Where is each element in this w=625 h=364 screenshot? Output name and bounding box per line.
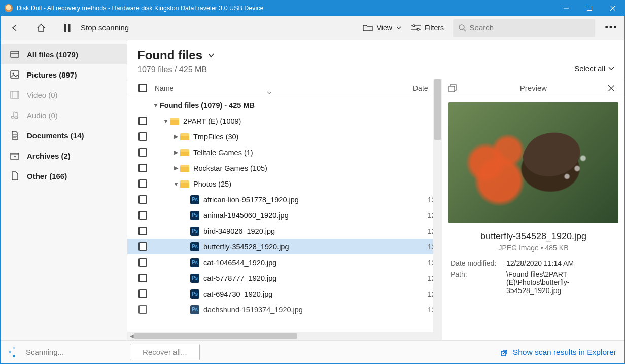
sidebar-item-archives[interactable]: Archives (2) [1, 145, 127, 166]
view-menu[interactable]: View [358, 21, 406, 35]
file-row[interactable]: Ps animal-1845060_1920.jpg 12/2 [127, 207, 442, 223]
more-button[interactable]: ••• [603, 22, 619, 33]
sidebar-item-all-files[interactable]: All files (1079) [1, 44, 127, 64]
sidebar-item-video[interactable]: Video (0) [1, 85, 127, 105]
svg-rect-1 [587, 6, 592, 11]
tree-volume[interactable]: ▼ 2PART (E) (1009) [127, 113, 442, 129]
collapse-arrow-icon[interactable]: ▼ [172, 181, 180, 187]
expand-arrow-icon[interactable]: ▶ [172, 133, 180, 140]
row-checkbox[interactable] [138, 195, 147, 204]
audio-icon [10, 110, 20, 120]
sidebar-item-pictures[interactable]: Pictures (897) [1, 64, 127, 85]
column-name[interactable]: Name [152, 84, 413, 92]
select-all-checkbox[interactable] [138, 84, 147, 92]
view-label: View [377, 24, 392, 32]
folder-icon [180, 180, 189, 188]
close-button[interactable] [601, 1, 624, 16]
svg-rect-12 [11, 51, 19, 57]
back-button[interactable] [6, 19, 24, 37]
close-preview-button[interactable] [608, 85, 618, 91]
filters-button[interactable]: Filters [406, 21, 449, 35]
files-icon [10, 49, 20, 59]
spinner-icon [9, 347, 20, 358]
svg-point-7 [413, 25, 415, 27]
file-row[interactable]: Ps bird-349026_1920.jpg 12/2 [127, 223, 442, 239]
scroll-thumb[interactable] [434, 79, 441, 140]
results-title[interactable]: Found files [137, 48, 574, 62]
row-checkbox[interactable] [138, 117, 147, 125]
row-checkbox[interactable] [138, 164, 147, 172]
svg-rect-28 [449, 86, 455, 92]
row-checkbox[interactable] [138, 211, 147, 220]
row-checkbox[interactable] [138, 289, 147, 298]
select-all-button[interactable]: Select all [574, 64, 614, 73]
file-row[interactable]: Ps cat-694730_1920.jpg 12/2 [127, 286, 442, 302]
sidebar-item-audio[interactable]: Audio (0) [1, 105, 127, 125]
search-icon [458, 24, 466, 32]
stop-scanning-label[interactable]: Stop scanning [81, 23, 129, 32]
tree-folder[interactable]: ▶ TmpFiles (30) [127, 129, 442, 144]
row-checkbox[interactable] [138, 179, 147, 188]
row-checkbox[interactable] [138, 148, 147, 157]
file-tree: ▼ Found files (1079) - 425 MB ▼ 2PART (E… [127, 97, 442, 332]
expand-arrow-icon[interactable]: ▶ [172, 165, 180, 171]
expand-arrow-icon[interactable]: ▶ [172, 149, 180, 156]
svg-rect-16 [11, 91, 19, 98]
collapse-arrow-icon[interactable]: ▼ [152, 102, 160, 108]
svg-point-9 [417, 28, 419, 30]
photoshop-icon: Ps [190, 274, 199, 283]
footer: Scanning... Recover all... Show scan res… [1, 340, 624, 363]
collapse-arrow-icon[interactable]: ▼ [162, 118, 170, 124]
preview-panel: Preview butterfly-354528_1920.jpg JPEG I… [442, 79, 624, 340]
row-checkbox[interactable] [138, 227, 147, 235]
sidebar-item-other[interactable]: Other (166) [1, 166, 127, 186]
svg-line-11 [464, 29, 466, 31]
scanning-status: Scanning... [26, 348, 64, 356]
home-button[interactable] [32, 19, 50, 37]
maximize-button[interactable] [578, 1, 601, 16]
tree-folder[interactable]: ▶ Telltale Games (1) [127, 144, 442, 160]
photoshop-icon: Ps [190, 195, 199, 204]
recover-all-button[interactable]: Recover all... [130, 344, 200, 360]
preview-title: Preview [459, 84, 608, 92]
sidebar-item-documents[interactable]: Documents (14) [1, 125, 127, 145]
popout-icon[interactable] [448, 84, 459, 92]
file-row-selected[interactable]: Ps butterfly-354528_1920.jpg 12/2 [127, 239, 442, 254]
row-checkbox[interactable] [138, 274, 147, 282]
path-value: \Found files\2PART (E)\Photos\butterfly-… [506, 270, 616, 295]
search-box[interactable] [453, 19, 595, 37]
search-input[interactable] [470, 23, 590, 32]
file-row[interactable]: Ps cat-1046544_1920.jpg 12/2 [127, 254, 442, 270]
row-checkbox[interactable] [138, 258, 147, 267]
folder-icon [180, 133, 189, 140]
folder-icon [180, 149, 189, 156]
horizontal-scrollbar[interactable]: ◀ ▶ [127, 332, 442, 340]
sidebar-item-label: Documents (14) [27, 131, 84, 140]
pause-button[interactable] [58, 19, 77, 37]
date-modified-label: Date modified: [450, 259, 506, 267]
tree-folder-photos[interactable]: ▼ Photos (25) [127, 176, 442, 192]
show-in-explorer-link[interactable]: Show scan results in Explorer [501, 348, 616, 357]
results-subtitle: 1079 files / 425 MB [137, 65, 574, 75]
photoshop-icon: Ps [190, 242, 199, 251]
preview-file-name: butterfly-354528_1920.jpg [442, 231, 624, 242]
sort-chevron-icon [267, 91, 272, 94]
scroll-thumb[interactable] [134, 333, 297, 339]
photoshop-icon: Ps [190, 211, 199, 220]
tree-root[interactable]: ▼ Found files (1079) - 425 MB [127, 97, 442, 113]
vertical-scrollbar[interactable] [433, 79, 442, 340]
file-icon [10, 171, 20, 181]
filters-label: Filters [425, 24, 444, 32]
row-checkbox[interactable] [138, 132, 147, 141]
file-row[interactable]: Ps cat-5778777_1920.jpg 12/2 [127, 270, 442, 286]
row-checkbox[interactable] [138, 305, 147, 314]
minimize-button[interactable] [554, 1, 578, 16]
column-date[interactable]: Date [413, 84, 433, 92]
tree-folder[interactable]: ▶ Rockstar Games (105) [127, 160, 442, 176]
row-checkbox[interactable] [138, 242, 147, 251]
sliders-icon [411, 24, 421, 31]
file-row[interactable]: Ps african-lion-951778_1920.jpg 12/2 [127, 192, 442, 207]
svg-rect-14 [11, 71, 19, 78]
video-icon [10, 90, 20, 100]
file-row[interactable]: Ps dachshund-1519374_1920.jpg 12/2 [127, 302, 442, 317]
